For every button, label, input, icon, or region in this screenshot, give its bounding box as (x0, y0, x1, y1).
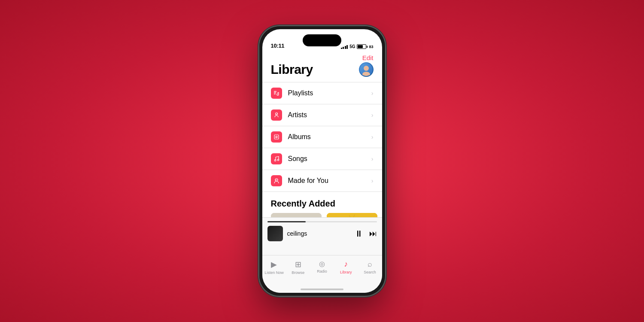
tab-radio[interactable]: ◎ Radio (310, 259, 334, 273)
mini-controls: ⏸ ⏭ (355, 229, 377, 239)
avatar[interactable] (359, 62, 374, 77)
forward-button[interactable]: ⏭ (369, 229, 377, 238)
mini-song-title: ceilings (287, 230, 350, 237)
signal-5g: 5G (349, 44, 355, 49)
edit-row: Edit (262, 52, 382, 62)
songs-label: Songs (288, 155, 371, 163)
tab-listen-now[interactable]: ▶ Listen Now (262, 259, 286, 275)
mini-song-info: ceilings (287, 230, 350, 237)
playlists-icon (271, 88, 282, 99)
songs-icon (271, 153, 282, 164)
mini-thumb-img (267, 226, 283, 241)
recently-added-header: Recently Added (262, 192, 382, 213)
menu-item-albums[interactable]: Albums › (262, 126, 382, 148)
phone-screen: 10:11 5G 83 Edit (262, 29, 382, 293)
artists-chevron: › (371, 112, 374, 118)
menu-item-artists[interactable]: Artists › (262, 104, 382, 126)
tab-bar: ▶ Listen Now ⊞ Browse ◎ Radio ♪ Library … (262, 255, 382, 293)
search-label: Search (364, 270, 376, 274)
signal-bar-2 (343, 47, 344, 49)
battery-icon (357, 44, 366, 49)
avatar-head (364, 66, 369, 71)
listen-now-icon: ▶ (271, 260, 277, 269)
radio-icon: ◎ (319, 260, 325, 268)
tab-search[interactable]: ⌕ Search (358, 259, 382, 274)
songs-chevron: › (371, 155, 374, 162)
svg-point-11 (274, 160, 276, 161)
tab-library[interactable]: ♪ Library (334, 259, 358, 274)
library-icon: ♪ (344, 260, 348, 269)
playlists-chevron: › (371, 90, 374, 97)
library-menu: Playlists › Artists › (262, 82, 382, 192)
search-icon: ⌕ (368, 260, 372, 269)
menu-item-songs[interactable]: Songs › (262, 148, 382, 170)
signal-bar-1 (341, 48, 342, 49)
page-title: Library (271, 62, 313, 77)
radio-label: Radio (317, 269, 327, 273)
status-time: 10:11 (271, 43, 285, 49)
listen-now-label: Listen Now (264, 270, 284, 275)
albums-chevron: › (371, 134, 374, 140)
svg-rect-0 (274, 91, 276, 92)
svg-rect-1 (274, 92, 276, 93)
menu-item-made-for-you[interactable]: Made for You › (262, 170, 382, 192)
status-icons: 5G 83 (341, 44, 374, 49)
artists-label: Artists (288, 111, 371, 119)
signal-bar-4 (346, 45, 348, 49)
signal-bar-3 (345, 46, 346, 49)
battery-text: 83 (369, 45, 373, 49)
svg-point-6 (275, 113, 277, 115)
title-row: Library (262, 62, 382, 82)
signal-bars (341, 45, 348, 49)
edit-button[interactable]: Edit (362, 54, 374, 61)
content-area: Edit Library (262, 52, 382, 255)
svg-rect-2 (274, 94, 276, 94)
artists-icon (271, 109, 282, 121)
home-indicator (301, 289, 343, 290)
tab-browse[interactable]: ⊞ Browse (286, 259, 310, 275)
browse-label: Browse (292, 270, 304, 275)
mini-player[interactable]: ceilings ⏸ ⏭ (262, 217, 382, 255)
svg-point-10 (276, 137, 277, 137)
svg-point-3 (277, 94, 279, 95)
made-for-you-icon (271, 175, 282, 186)
made-for-you-chevron: › (371, 177, 374, 184)
albums-label: Albums (288, 133, 371, 141)
battery-fill (358, 45, 363, 48)
mini-player-progress (267, 221, 306, 222)
phone-wrapper: 10:11 5G 83 Edit (259, 26, 386, 296)
avatar-body (362, 72, 370, 76)
svg-point-12 (277, 159, 279, 161)
dynamic-island (303, 34, 341, 46)
made-for-you-label: Made for You (288, 177, 371, 185)
mini-player-content: ceilings ⏸ ⏭ (262, 222, 382, 243)
menu-item-playlists[interactable]: Playlists › (262, 82, 382, 104)
avatar-inner (360, 63, 373, 76)
mini-thumb (267, 226, 283, 241)
albums-icon (271, 131, 282, 143)
playlists-label: Playlists (288, 89, 371, 97)
browse-icon: ⊞ (295, 260, 301, 269)
library-label: Library (340, 270, 352, 274)
pause-button[interactable]: ⏸ (355, 229, 363, 239)
mini-player-bar (267, 221, 377, 222)
